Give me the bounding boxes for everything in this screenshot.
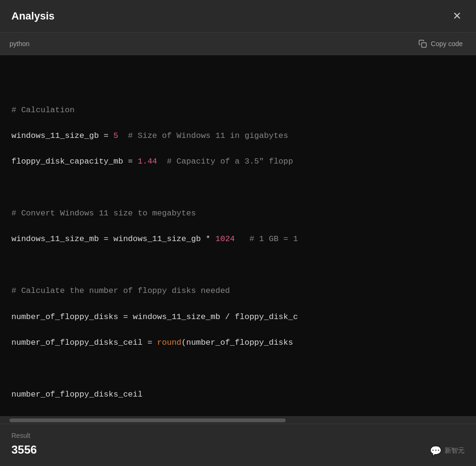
copy-code-label: Copy code	[431, 40, 463, 48]
result-value: 3556	[11, 443, 37, 456]
wechat-icon: 💬	[430, 445, 442, 456]
modal-header: Analysis ✕	[0, 0, 476, 33]
result-row: 3556 💬 新智元	[11, 443, 465, 456]
result-label: Result	[11, 432, 465, 439]
svg-rect-0	[422, 43, 426, 48]
modal-container: Analysis ✕ python Copy code # Calculatio…	[0, 0, 476, 466]
code-toolbar: python Copy code	[0, 33, 476, 55]
close-icon: ✕	[453, 10, 461, 22]
scrollbar-track	[0, 418, 476, 422]
scrollbar-thumb[interactable]	[10, 418, 286, 422]
scrollbar-area[interactable]	[0, 416, 476, 424]
modal-title: Analysis	[11, 10, 55, 22]
result-section: Result 3556 💬 新智元	[0, 424, 476, 466]
watermark-text: 新智元	[445, 447, 465, 455]
clipboard-icon	[418, 39, 427, 48]
watermark: 💬 新智元	[430, 445, 465, 456]
language-label: python	[10, 40, 30, 48]
copy-code-button[interactable]: Copy code	[415, 38, 466, 50]
close-button[interactable]: ✕	[449, 9, 465, 24]
code-content: # Calculation windows_11_size_gb = 5 # S…	[11, 65, 465, 416]
code-area[interactable]: # Calculation windows_11_size_gb = 5 # S…	[0, 55, 476, 416]
